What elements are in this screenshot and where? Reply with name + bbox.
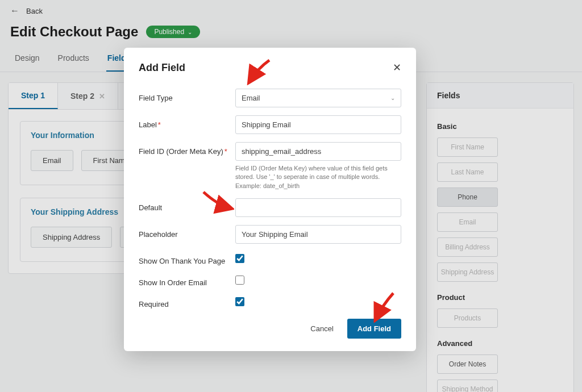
status-badge[interactable]: Published ⌄ — [146, 26, 200, 38]
row-required: Required — [139, 295, 401, 308]
row-order-email: Show In Order Email — [139, 273, 401, 287]
chip-first-name[interactable]: First Name — [437, 137, 498, 157]
step-tab-1[interactable]: Step 1 — [9, 83, 58, 109]
field-type-select[interactable]: Email ⌄ — [235, 89, 401, 107]
sidebar-heading: Fields — [427, 83, 573, 109]
modal-title: Add Field — [139, 62, 185, 74]
field-id-input[interactable] — [235, 142, 401, 161]
field-chip-shipping-address[interactable]: Shipping Address — [31, 227, 112, 248]
chevron-down-icon: ⌄ — [188, 29, 192, 35]
cancel-button[interactable]: Cancel — [307, 320, 336, 337]
chip-billing-address[interactable]: Billing Address — [437, 237, 498, 257]
back-link[interactable]: Back — [26, 7, 43, 15]
status-label: Published — [154, 28, 184, 36]
label-order-email: Show In Order Email — [139, 273, 235, 287]
back-arrow-icon[interactable]: ← — [10, 6, 19, 16]
row-thankyou: Show On Thank You Page — [139, 252, 401, 265]
thankyou-checkbox[interactable] — [235, 254, 244, 263]
label-input[interactable] — [235, 115, 401, 134]
field-type-value: Email — [242, 94, 260, 102]
label-placeholder: Placeholder — [139, 225, 235, 244]
label-label: Label* — [139, 115, 235, 134]
step-label: Step 2 — [70, 91, 94, 101]
label-field-type: Field Type — [139, 89, 235, 107]
category-product: Product — [437, 293, 563, 302]
default-input[interactable] — [235, 198, 401, 217]
row-field-id: Field ID (Order Meta Key)* Field ID (Ord… — [139, 142, 401, 190]
fields-sidebar: Fields Basic First Name Last Name Phone … — [426, 82, 574, 392]
close-step-icon[interactable]: ✕ — [99, 92, 105, 101]
add-field-button[interactable]: Add Field — [347, 319, 401, 339]
chip-products[interactable]: Products — [437, 308, 498, 328]
field-id-help: Field ID (Order Meta Key) where value of… — [235, 164, 401, 190]
step-label: Step 1 — [21, 91, 45, 100]
label-required: Required — [139, 295, 235, 308]
row-default: Default — [139, 198, 401, 217]
category-basic: Basic — [437, 122, 563, 131]
field-chip-email[interactable]: Email — [31, 150, 73, 171]
order-email-checkbox[interactable] — [235, 276, 244, 285]
label-field-id: Field ID (Order Meta Key)* — [139, 142, 235, 190]
page-title: Edit Checkout Page — [10, 24, 138, 40]
row-label: Label* — [139, 115, 401, 134]
chip-shipping-address[interactable]: Shipping Address — [437, 262, 498, 282]
close-icon[interactable]: ✕ — [393, 61, 401, 74]
row-placeholder: Placeholder — [139, 225, 401, 244]
placeholder-input[interactable] — [235, 225, 401, 244]
step-tab-2[interactable]: Step 2 ✕ — [58, 83, 118, 109]
chip-email[interactable]: Email — [437, 212, 498, 232]
chip-order-notes[interactable]: Order Notes — [437, 355, 498, 374]
add-field-modal: Add Field ✕ Field Type Email ⌄ Label* Fi… — [124, 48, 416, 351]
chip-shipping-method[interactable]: Shipping Method — [437, 380, 498, 392]
tab-products[interactable]: Products — [57, 48, 90, 72]
category-advanced: Advanced — [437, 339, 563, 348]
chevron-down-icon: ⌄ — [390, 95, 395, 101]
row-field-type: Field Type Email ⌄ — [139, 89, 401, 107]
chip-last-name[interactable]: Last Name — [437, 162, 498, 182]
label-thankyou: Show On Thank You Page — [139, 252, 235, 265]
chip-phone[interactable]: Phone — [437, 187, 498, 207]
tab-design[interactable]: Design — [14, 48, 41, 72]
required-checkbox[interactable] — [235, 297, 244, 306]
label-default: Default — [139, 198, 235, 217]
